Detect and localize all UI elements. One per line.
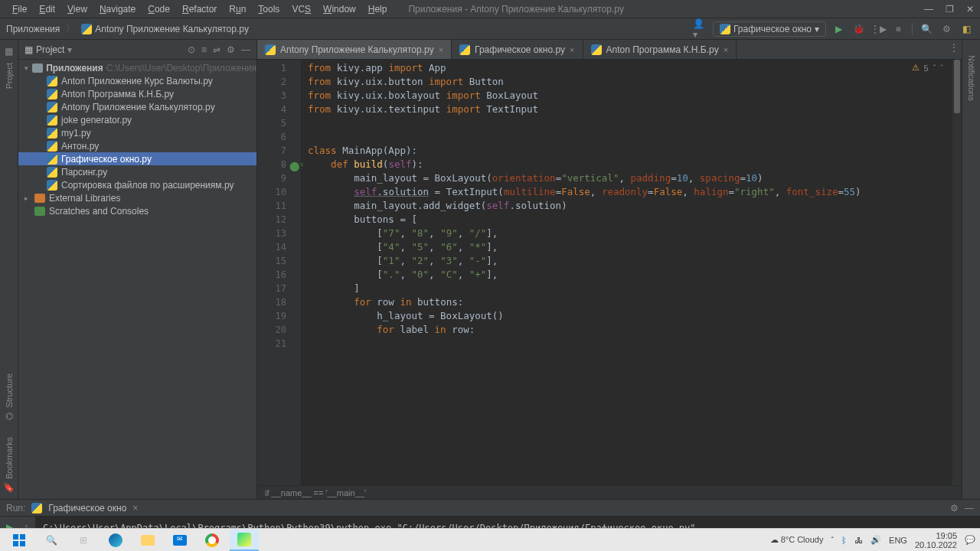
project-file-row[interactable]: Anton Программа К.Н.Б.py — [18, 87, 256, 100]
explorer-icon[interactable] — [133, 530, 162, 551]
bookmarks-icon[interactable]: 🔖 — [3, 482, 15, 493]
collapse-all-icon[interactable]: ⇌ — [213, 44, 220, 55]
editor-tab[interactable]: Anton Программа К.Н.Б.py× — [583, 40, 737, 59]
line-gutter[interactable]: 12345678⬤ᶜ9101112131415161718192021 — [257, 60, 292, 485]
network-icon[interactable]: 🖧 — [854, 536, 863, 545]
windows-taskbar: 🔍 ⊞ ✉ ☁ 8°C Cloudy ˆ ᛒ 🖧 🔊 ENG 19:05 20.… — [0, 528, 980, 551]
run-panel-label: Run: — [6, 503, 25, 514]
close-tab-icon[interactable]: × — [724, 45, 728, 54]
project-tool-tab[interactable]: Project — [5, 63, 14, 89]
close-tab-icon[interactable]: × — [132, 503, 138, 514]
warning-icon[interactable]: ⚠ — [912, 63, 920, 73]
editor-scrollbar[interactable] — [952, 60, 962, 485]
stop-button[interactable]: ■ — [890, 21, 906, 37]
breadcrumb-sep: 〉 — [66, 22, 75, 35]
edge-icon[interactable] — [101, 530, 130, 551]
expand-arrow-icon[interactable]: ▸ — [24, 194, 34, 202]
breadcrumb-root[interactable]: Приложения — [6, 24, 60, 34]
chevron-down-icon[interactable]: ▾ — [67, 44, 72, 55]
learn-icon[interactable]: ◧ — [959, 21, 974, 37]
external-libraries-row[interactable]: ▸ External Libraries — [18, 191, 256, 204]
menu-window[interactable]: Window — [317, 4, 362, 15]
settings-icon[interactable]: ⚙ — [939, 21, 954, 37]
language-indicator[interactable]: ENG — [889, 536, 907, 545]
bluetooth-icon[interactable]: ᛒ — [841, 536, 847, 545]
menu-vcs[interactable]: VCS — [286, 4, 317, 15]
run-tab-title[interactable]: Графическое окно — [48, 503, 126, 514]
project-file-row[interactable]: Сортировка файлов по расширениям.py — [18, 178, 256, 191]
bookmarks-tool-tab[interactable]: Bookmarks — [5, 437, 14, 479]
structure-tool-tab[interactable]: Structure — [5, 373, 14, 408]
svg-rect-1 — [20, 534, 25, 540]
expand-arrow-icon[interactable]: ▾ — [24, 64, 32, 72]
menu-code[interactable]: Code — [142, 4, 176, 15]
breadcrumb-file[interactable]: Antony Приложение Калькулятор.py — [95, 24, 249, 34]
minimize-button[interactable]: — — [924, 4, 933, 15]
close-tab-icon[interactable]: × — [570, 45, 574, 54]
prev-highlight-icon[interactable]: ˆ — [933, 64, 936, 73]
chrome-icon[interactable] — [198, 530, 227, 551]
task-view-button[interactable]: ⊞ — [69, 530, 98, 551]
editor-area: Antony Приложение Калькулятор.py×Графиче… — [257, 40, 962, 499]
project-file-row[interactable]: joke generator.py — [18, 113, 256, 126]
run-button[interactable]: ▶ — [831, 21, 846, 37]
project-file-row[interactable]: my1.py — [18, 126, 256, 139]
volume-icon[interactable]: 🔊 — [871, 535, 881, 545]
pycharm-icon[interactable] — [230, 530, 259, 551]
python-icon — [720, 24, 730, 34]
search-icon[interactable]: 🔍 — [919, 21, 934, 37]
menu-refactor[interactable]: Refactor — [176, 4, 223, 15]
close-button[interactable]: ✕ — [966, 4, 974, 15]
project-file-row[interactable]: Anton Приложение Курс Валюты.py — [18, 74, 256, 87]
menu-run[interactable]: Run — [223, 4, 252, 15]
python-file-icon — [47, 180, 57, 191]
menu-view[interactable]: View — [61, 4, 93, 15]
menu-help[interactable]: Help — [362, 4, 394, 15]
settings-icon[interactable]: ⚙ — [227, 44, 235, 55]
navigation-bar: Приложения 〉 Antony Приложение Калькулят… — [0, 18, 980, 40]
project-file-row[interactable]: Графическое окно.py — [18, 152, 256, 165]
warning-count: 5 — [924, 64, 929, 73]
run-config-selector[interactable]: Графическое окно ▾ — [713, 21, 826, 37]
structure-icon[interactable]: ⌬ — [5, 411, 13, 422]
start-button[interactable] — [5, 530, 34, 551]
project-tool-icon[interactable]: ▦ — [5, 46, 13, 57]
select-opened-file-icon[interactable]: ⊙ — [188, 44, 195, 55]
notifications-icon[interactable]: 💬 — [965, 535, 975, 545]
editor-tab[interactable]: Antony Приложение Калькулятор.py× — [257, 40, 452, 59]
scratches-row[interactable]: Scratches and Consoles — [18, 204, 256, 217]
search-button[interactable]: 🔍 — [37, 530, 66, 551]
debug-button[interactable]: 🐞 — [851, 21, 866, 37]
close-tab-icon[interactable]: × — [439, 45, 443, 54]
project-file-row[interactable]: Antony Приложение Калькулятор.py — [18, 100, 256, 113]
weather-widget[interactable]: ☁ 8°C Cloudy — [770, 535, 824, 545]
editor-tab[interactable]: Графическое окно.py× — [452, 40, 583, 59]
clock[interactable]: 19:05 20.10.2022 — [915, 531, 957, 549]
menu-tools[interactable]: Tools — [252, 4, 286, 15]
next-highlight-icon[interactable]: ˇ — [940, 64, 943, 73]
menu-navigate[interactable]: Navigate — [93, 4, 142, 15]
user-icon[interactable]: 👤▾ — [693, 21, 708, 37]
expand-all-icon[interactable]: ≡ — [201, 44, 207, 55]
hide-panel-icon[interactable]: — — [241, 44, 250, 55]
tab-label: Antony Приложение Калькулятор.py — [280, 44, 434, 55]
notifications-tool-tab[interactable]: Notifications — [967, 55, 976, 101]
project-file-row[interactable]: Антон.py — [18, 139, 256, 152]
project-file-row[interactable]: Парсинг.py — [18, 165, 256, 178]
folder-icon — [32, 64, 43, 73]
project-root-row[interactable]: ▾ Приложения C:\Users\User\Desktop\Прило… — [18, 61, 256, 74]
run-more-button[interactable]: ⋮▶ — [871, 21, 886, 37]
menu-edit[interactable]: Edit — [33, 4, 61, 15]
tabs-more-icon[interactable]: ⋮ — [946, 40, 962, 55]
tray-chevron-icon[interactable]: ˆ — [831, 536, 834, 545]
code-editor[interactable]: from kivy.app import Appfrom kivy.uix.bu… — [302, 60, 952, 485]
maximize-button[interactable]: ❐ — [946, 4, 954, 15]
mail-icon[interactable]: ✉ — [165, 530, 194, 551]
fold-strip[interactable] — [292, 60, 302, 485]
editor-breadcrumb[interactable]: if __name__ == '__main__' — [265, 488, 366, 497]
run-settings-icon[interactable]: ⚙ — [950, 503, 959, 514]
menu-file[interactable]: File — [6, 4, 33, 15]
hide-run-panel-icon[interactable]: — — [965, 503, 974, 514]
tab-label: Графическое окно.py — [475, 44, 565, 55]
project-tree[interactable]: ▾ Приложения C:\Users\User\Desktop\Прило… — [18, 60, 256, 499]
